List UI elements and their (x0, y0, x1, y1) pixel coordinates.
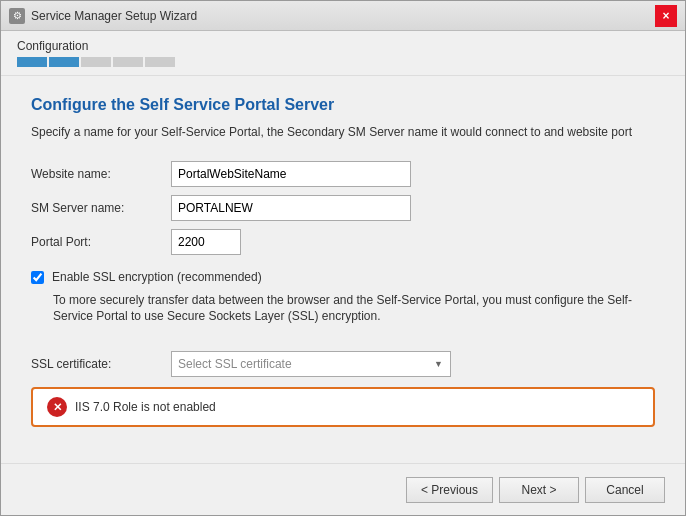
window-title: Service Manager Setup Wizard (31, 9, 197, 23)
cancel-button[interactable]: Cancel (585, 477, 665, 503)
form-grid: Website name: SM Server name: Portal Por… (31, 161, 655, 255)
ssl-enable-label[interactable]: Enable SSL encryption (recommended) (52, 269, 262, 286)
progress-segments (17, 57, 669, 67)
progress-seg-2 (49, 57, 79, 67)
progress-seg-5 (145, 57, 175, 67)
progress-seg-3 (81, 57, 111, 67)
ssl-checkbox[interactable] (31, 271, 44, 284)
error-text: IIS 7.0 Role is not enabled (75, 400, 216, 414)
ssl-section: Enable SSL encryption (recommended) To m… (31, 269, 655, 325)
progress-seg-1 (17, 57, 47, 67)
wizard-window: ⚙ Service Manager Setup Wizard × Configu… (0, 0, 686, 516)
portal-port-input[interactable] (171, 229, 241, 255)
app-icon: ⚙ (9, 8, 25, 24)
footer: < Previous Next > Cancel (1, 463, 685, 515)
ssl-cert-row: SSL certificate: Select SSL certificate (31, 351, 655, 377)
close-button[interactable]: × (655, 5, 677, 27)
progress-seg-4 (113, 57, 143, 67)
ssl-description: To more securely transfer data between t… (53, 292, 655, 326)
previous-button[interactable]: < Previous (406, 477, 493, 503)
website-input[interactable] (171, 161, 411, 187)
sm-server-input[interactable] (171, 195, 411, 221)
titlebar-left: ⚙ Service Manager Setup Wizard (9, 8, 197, 24)
ssl-checkbox-row: Enable SSL encryption (recommended) (31, 269, 655, 286)
progress-area: Configuration (1, 31, 685, 76)
main-content: Configure the Self Service Portal Server… (1, 76, 685, 463)
ssl-cert-select[interactable]: Select SSL certificate (171, 351, 451, 377)
next-button[interactable]: Next > (499, 477, 579, 503)
ssl-cert-wrapper: Select SSL certificate (171, 351, 451, 377)
website-label: Website name: (31, 167, 161, 181)
titlebar: ⚙ Service Manager Setup Wizard × (1, 1, 685, 31)
ssl-cert-label: SSL certificate: (31, 357, 161, 371)
portal-port-label: Portal Port: (31, 235, 161, 249)
section-title: Configure the Self Service Portal Server (31, 96, 655, 114)
error-icon (47, 397, 67, 417)
sm-server-label: SM Server name: (31, 201, 161, 215)
error-box: IIS 7.0 Role is not enabled (31, 387, 655, 427)
progress-label: Configuration (17, 39, 669, 53)
section-description: Specify a name for your Self-Service Por… (31, 124, 655, 141)
